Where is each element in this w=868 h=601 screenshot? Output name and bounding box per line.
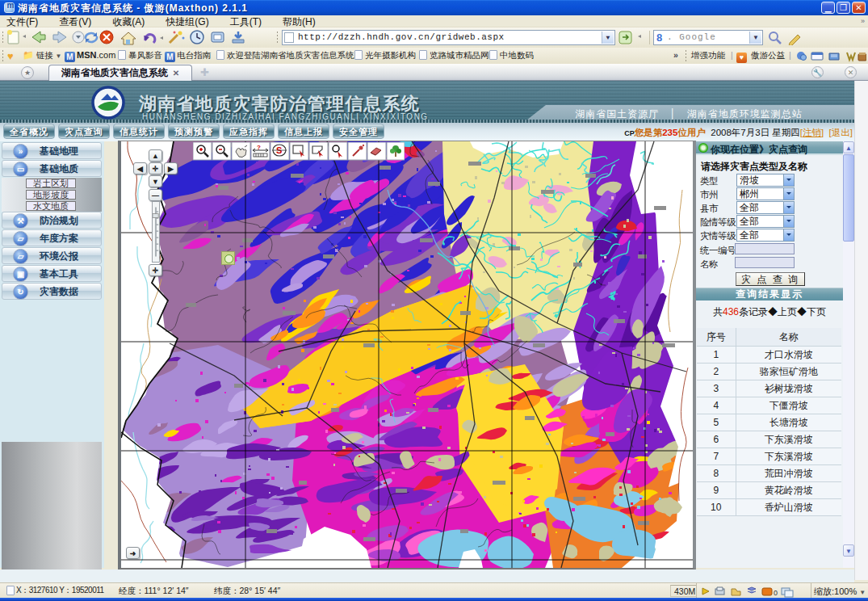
svg-text:0: 0 — [774, 589, 778, 597]
svg-text:?: ? — [257, 144, 261, 151]
